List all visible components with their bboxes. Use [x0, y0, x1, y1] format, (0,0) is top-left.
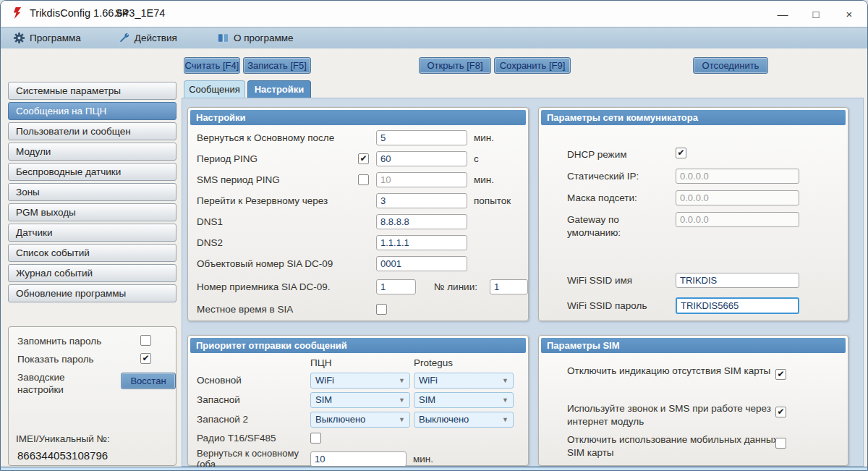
sidebar-item-system-params[interactable]: Системные параметры [8, 82, 176, 100]
static-ip-input[interactable] [676, 169, 799, 184]
network-group: Параметры сети коммуникатора DHCP режим … [538, 107, 848, 321]
sidebar-item-modules[interactable]: Модули [8, 143, 176, 161]
maximize-button[interactable]: □ [799, 1, 833, 27]
sms-ping-period-input[interactable] [376, 172, 467, 187]
dropdown-value: WiFi [419, 375, 438, 386]
gateway-label: Gateway по умолчанию: [567, 213, 661, 239]
subnet-mask-label: Маска подсети: [567, 192, 637, 203]
wifi-password-input[interactable] [676, 297, 799, 314]
disconnect-button[interactable]: Отсоединить [693, 57, 768, 74]
dropdown-value: SIM [315, 394, 332, 405]
show-password-label: Показать пароль [17, 354, 94, 365]
sidebar-item-pgm-outputs[interactable]: PGM выходы [8, 203, 176, 221]
unit-label: мин. [413, 454, 433, 464]
sidebar-footer-panel: Запомнить пароль Показать пароль Заводск… [8, 326, 176, 466]
form-row: DNS1 [188, 211, 528, 232]
form-row: Номер приемника SIA DC-09. № линии: [188, 274, 528, 299]
use-call-sms-checkbox[interactable] [775, 407, 786, 417]
field-label: Основной [197, 375, 310, 386]
field-label: Перейти к Резервному через [197, 195, 358, 206]
priority-group-header: Приоритет отправки сообщений [190, 338, 526, 353]
dns2-input[interactable] [376, 235, 467, 250]
return-to-primary-input[interactable] [376, 130, 467, 145]
sidebar-item-zones[interactable]: Зоны [8, 183, 176, 201]
line-number-input[interactable] [490, 279, 528, 294]
chevron-down-icon: ▼ [399, 396, 405, 404]
column-pcn-label: ПЦН [310, 357, 414, 368]
backup2-protegus-dropdown[interactable]: Выключено▼ [414, 412, 514, 428]
form-row: SMS период PING мин. [188, 169, 528, 190]
wifi-password-label: WiFi SSID пароль [567, 300, 647, 311]
primary-protegus-dropdown[interactable]: WiFi▼ [414, 373, 514, 389]
disable-mobile-data-checkbox[interactable] [775, 438, 786, 449]
sms-ping-checkbox[interactable] [358, 174, 369, 185]
save-button[interactable]: Сохранить [F9] [494, 57, 571, 74]
sia-object-number-input[interactable] [376, 256, 467, 271]
show-password-checkbox[interactable] [140, 353, 151, 364]
write-button[interactable]: Записать [F5] [243, 57, 311, 74]
chevron-down-icon: ▼ [502, 396, 509, 404]
sia-local-time-checkbox[interactable] [376, 304, 387, 315]
radio-t16-checkbox[interactable] [310, 433, 321, 444]
factory-settings-label: Заводские настройки [17, 372, 86, 396]
dhcp-checkbox[interactable] [676, 148, 686, 158]
sidebar-item-event-list[interactable]: Список событий [8, 244, 176, 262]
sia-receiver-number-input[interactable] [376, 279, 416, 294]
subnet-mask-input[interactable] [676, 190, 799, 205]
read-button[interactable]: Считать [F4] [184, 57, 240, 74]
sidebar: Системные параметры Сообщения на ПЦН Пол… [8, 82, 176, 305]
sidebar-item-firmware-update[interactable]: Обновление программы [8, 284, 176, 302]
form-row: Объектовый номер SIA DC-09 [188, 253, 528, 274]
sim-group: Параметры SIM Отключить индикацию отсутс… [538, 335, 848, 466]
form-row: Перейти к Резервному через попыток [188, 190, 528, 211]
dropdown-value: Выключено [419, 414, 469, 425]
unit-label: мин. [474, 132, 494, 143]
sidebar-item-messages-to-cms[interactable]: Сообщения на ПЦН [8, 102, 176, 120]
tab-settings[interactable]: Настройки [247, 80, 311, 98]
ping-period-checkbox[interactable] [358, 153, 369, 164]
sidebar-item-event-log[interactable]: Журнал событий [8, 264, 176, 282]
menu-item-about[interactable]: О программе [209, 27, 302, 48]
use-call-sms-label: Используйте звонок и SMS при работе чере… [567, 402, 780, 428]
menu-item-program[interactable]: Программа [5, 27, 90, 48]
close-button[interactable]: × [833, 1, 866, 27]
return-to-primary-both-input[interactable] [310, 451, 407, 467]
menu-label: Программа [30, 33, 81, 43]
minimize-button[interactable]: — [766, 1, 799, 27]
field-label: Запасной 2 [197, 414, 310, 425]
priority-row: Радио T16/SF485 [188, 429, 528, 447]
sidebar-item-sensors[interactable]: Датчики [8, 224, 176, 242]
restore-button[interactable]: Восстан [121, 373, 176, 389]
book-icon [218, 33, 229, 43]
priority-row: Запасной SIM▼ SIM▼ [188, 390, 528, 410]
form-row: Местное время в SIA [188, 299, 528, 320]
window-bottom-edge [1, 467, 867, 471]
wifi-ssid-input[interactable] [676, 273, 799, 288]
menu-label: О программе [234, 33, 294, 43]
backup-pcn-dropdown[interactable]: SIM▼ [310, 392, 410, 408]
remember-password-checkbox[interactable] [140, 335, 151, 346]
tab-messages[interactable]: Сообщения [184, 80, 245, 98]
app-window: TrikdisConfig 1.66.64 SP3_1E74 — □ × Про… [0, 0, 868, 471]
form-row: DNS2 [188, 232, 528, 253]
chevron-down-icon: ▼ [399, 377, 405, 384]
menu-item-actions[interactable]: Действия [110, 27, 186, 48]
sim-group-header: Параметры SIM [541, 338, 846, 353]
backup2-pcn-dropdown[interactable]: Выключено▼ [310, 412, 410, 428]
field-label: SMS период PING [197, 174, 358, 185]
unit-label: мин. [474, 174, 494, 185]
sidebar-item-users-and-messages[interactable]: Пользователи и сообщен [8, 122, 176, 140]
dns1-input[interactable] [376, 214, 467, 229]
gateway-input[interactable] [676, 212, 799, 227]
sidebar-item-wireless-sensors[interactable]: Беспроводные датчики [8, 163, 176, 181]
switch-to-backup-input[interactable] [376, 193, 467, 208]
sim-absence-indication-checkbox[interactable] [775, 369, 786, 380]
radio-t16-label: Радио T16/SF485 [197, 433, 310, 444]
sim-absence-indication-label: Отключить индикацию отсутствия SIM карты [567, 365, 780, 378]
primary-pcn-dropdown[interactable]: WiFi▼ [310, 373, 410, 389]
chevron-down-icon: ▼ [502, 377, 509, 384]
settings-group: Настройки Вернуться к Основному после ми… [187, 107, 529, 321]
backup-protegus-dropdown[interactable]: SIM▼ [414, 392, 514, 408]
ping-period-input[interactable] [376, 151, 467, 166]
open-button[interactable]: Открыть [F8] [419, 57, 491, 74]
